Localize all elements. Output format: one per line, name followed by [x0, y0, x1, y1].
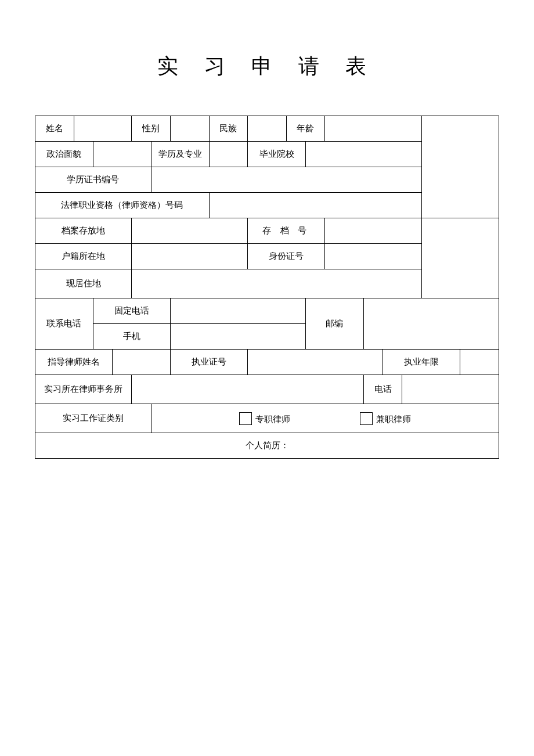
label-age: 年龄 [286, 116, 325, 142]
value-legal-qual-no[interactable] [209, 193, 421, 218]
value-mentor-name[interactable] [113, 350, 171, 375]
value-license-no[interactable] [248, 350, 383, 375]
value-residence[interactable] [132, 269, 421, 298]
blank-right-cell [421, 218, 499, 298]
page-title: 实 习 申 请 表 [35, 52, 499, 81]
checkbox-icon [239, 412, 252, 425]
checkbox-icon [360, 412, 373, 425]
label-legal-qual-no: 法律职业资格（律师资格）号码 [35, 193, 210, 218]
label-phone: 电话 [363, 375, 402, 404]
value-archive-loc[interactable] [132, 218, 248, 244]
label-mobile: 手机 [93, 324, 170, 350]
label-education: 学历及专业 [151, 142, 209, 167]
value-firm[interactable] [132, 375, 363, 404]
value-hukou-loc[interactable] [132, 244, 248, 269]
value-cert-type: 专职律师 兼职律师 [151, 404, 499, 433]
label-cert-type: 实习工作证类别 [35, 404, 151, 433]
label-landline: 固定电话 [93, 298, 170, 324]
value-political[interactable] [93, 142, 151, 167]
value-gender[interactable] [170, 116, 209, 142]
value-postcode[interactable] [363, 298, 499, 350]
resume-cell[interactable]: 个人简历： [35, 433, 499, 459]
value-age[interactable] [325, 116, 421, 142]
label-contact: 联系电话 [35, 298, 93, 350]
label-mentor-name: 指导律师姓名 [35, 350, 113, 375]
checkbox-fulltime[interactable]: 专职律师 [239, 412, 290, 425]
value-firm-phone[interactable] [402, 375, 499, 404]
label-name: 姓名 [35, 116, 74, 142]
application-form-table: 姓名 性别 民族 年龄 政治面貌 学历及专业 毕业院校 学历证书编号 法律职业资… [35, 116, 499, 459]
label-firm: 实习所在律师事务所 [35, 375, 132, 404]
value-school[interactable] [305, 142, 421, 167]
label-postcode: 邮编 [305, 298, 363, 350]
label-resume: 个人简历： [246, 441, 289, 450]
label-id-no: 身份证号 [248, 244, 325, 269]
label-residence: 现居住地 [35, 269, 132, 298]
value-landline[interactable] [170, 298, 305, 324]
photo-cell[interactable] [421, 116, 499, 218]
checkbox-parttime[interactable]: 兼职律师 [360, 412, 411, 425]
value-practice-years[interactable] [460, 350, 499, 375]
value-ethnicity[interactable] [248, 116, 287, 142]
label-diploma-no: 学历证书编号 [35, 167, 151, 193]
label-gender: 性别 [132, 116, 171, 142]
checkbox-fulltime-label: 专职律师 [255, 414, 290, 425]
label-school: 毕业院校 [248, 142, 306, 167]
label-archive-no: 存 档 号 [248, 218, 325, 244]
label-ethnicity: 民族 [209, 116, 248, 142]
value-education[interactable] [209, 142, 248, 167]
label-archive-loc: 档案存放地 [35, 218, 132, 244]
checkbox-parttime-label: 兼职律师 [376, 414, 411, 425]
value-diploma-no[interactable] [151, 167, 421, 193]
label-license-no: 执业证号 [170, 350, 247, 375]
value-name[interactable] [74, 116, 132, 142]
label-hukou-loc: 户籍所在地 [35, 244, 132, 269]
value-archive-no[interactable] [325, 218, 421, 244]
value-mobile[interactable] [170, 324, 305, 350]
label-practice-years: 执业年限 [383, 350, 460, 375]
label-political: 政治面貌 [35, 142, 93, 167]
value-id-no[interactable] [325, 244, 421, 269]
